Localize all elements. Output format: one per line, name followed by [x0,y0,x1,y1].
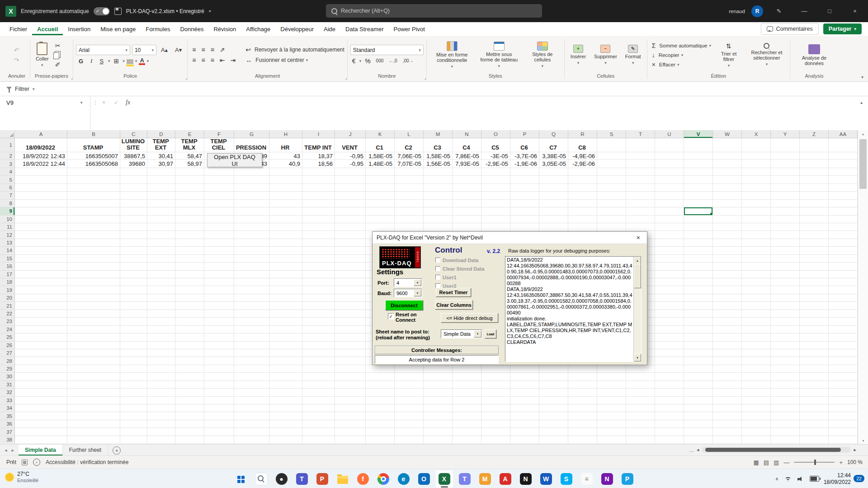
cell-M7[interactable] [424,192,453,199]
minimize-button[interactable]: — [795,0,814,22]
cell-AA24[interactable] [829,326,858,333]
cell-J38[interactable] [335,436,366,444]
cell-C37[interactable] [120,428,147,436]
cell-F29[interactable] [204,365,234,373]
cell-L35[interactable] [395,412,424,420]
cell-S30[interactable] [597,373,626,380]
cell-H36[interactable] [269,420,302,428]
cell-Y31[interactable] [771,381,800,389]
cell-Y33[interactable] [771,397,800,404]
cell-Z38[interactable] [800,436,829,444]
cell-J13[interactable] [335,239,366,247]
cell-AA15[interactable] [829,255,858,263]
cell-N1[interactable]: C4 [453,138,481,152]
cell-F5[interactable] [204,176,234,183]
cell-P9[interactable] [510,207,539,215]
cell-Q6[interactable] [539,184,568,192]
cell-N34[interactable] [453,404,481,412]
cell-Y2[interactable] [771,152,800,160]
cell-D8[interactable] [147,200,175,207]
page-layout-view-icon[interactable]: ▤ [764,459,769,466]
cell-C3[interactable]: 39680 [120,160,147,168]
vertical-scrollbar[interactable]: ▴ ▾ [858,130,868,444]
cell-M1[interactable]: C3 [424,138,453,152]
cell-Z32[interactable] [800,389,829,396]
cell-B12[interactable] [67,231,120,239]
cell-AA22[interactable] [829,310,858,318]
cell-C13[interactable] [120,239,147,247]
cell-B16[interactable] [67,263,120,270]
cell-V3[interactable] [684,160,713,168]
cell-W3[interactable] [713,160,742,168]
cell-S11[interactable] [597,223,626,231]
cell-G20[interactable] [234,294,269,302]
cell-A13[interactable] [15,239,67,247]
cell-J25[interactable] [335,333,366,341]
cell-J12[interactable] [335,231,366,239]
cell-AA35[interactable] [829,412,858,420]
cell-Z20[interactable] [800,294,829,302]
scroll-up-icon[interactable]: ▲ [634,257,641,264]
cell-F27[interactable] [204,349,234,357]
cell-D37[interactable] [147,428,175,436]
normal-view-icon[interactable]: ▦ [753,459,759,466]
cell-styles-button[interactable]: Styles de cellules ▾ [524,41,561,69]
cell-J33[interactable] [335,397,366,404]
cell-U19[interactable] [655,286,684,294]
column-header-W[interactable]: W [713,130,742,138]
cell-W25[interactable] [713,333,742,341]
cell-AA8[interactable] [829,200,858,207]
cell-J29[interactable] [335,365,366,373]
cell-Z29[interactable] [800,365,829,373]
cell-E24[interactable] [175,326,204,333]
cell-U20[interactable] [655,294,684,302]
row-header-34[interactable]: 34 [0,404,15,412]
taskbar-start-icon[interactable] [232,470,250,488]
cell-G29[interactable] [234,365,269,373]
cell-B14[interactable] [67,247,120,254]
cell-H3[interactable]: 40,9 [269,160,302,168]
cell-AA19[interactable] [829,286,858,294]
ellipsis-icon[interactable]: … [689,447,694,453]
cell-M10[interactable] [424,216,453,223]
cell-A7[interactable] [15,192,67,199]
scroll-down-icon[interactable]: ▾ [858,437,868,444]
cell-F38[interactable] [204,436,234,444]
cell-Q36[interactable] [539,420,568,428]
cell-I25[interactable] [302,333,335,341]
column-header-P[interactable]: P [510,130,539,138]
row-header-10[interactable]: 10 [0,216,15,223]
cell-H4[interactable] [269,168,302,176]
cell-C38[interactable] [120,436,147,444]
cell-H23[interactable] [269,318,302,325]
row-header-19[interactable]: 19 [0,286,15,294]
cell-J21[interactable] [335,302,366,310]
cell-E11[interactable] [175,223,204,231]
cell-A19[interactable] [15,286,67,294]
row-header-1[interactable]: 1 [0,138,15,152]
cell-Q31[interactable] [539,381,568,389]
cell-B15[interactable] [67,255,120,263]
cell-J31[interactable] [335,381,366,389]
cell-V15[interactable] [684,255,713,263]
cell-D33[interactable] [147,397,175,404]
row-header-20[interactable]: 20 [0,294,15,302]
cell-D32[interactable] [147,389,175,396]
cell-I29[interactable] [302,365,335,373]
taskbar-teams-2-icon[interactable]: T [456,470,474,488]
cell-J22[interactable] [335,310,366,318]
column-header-V[interactable]: V [684,130,713,138]
increase-indent-icon[interactable]: ⇥ [229,56,238,64]
cell-B9[interactable] [67,207,120,215]
cell-E30[interactable] [175,373,204,380]
cell-Z14[interactable] [800,247,829,254]
cell-F23[interactable] [204,318,234,325]
cell-O32[interactable] [481,389,510,396]
align-middle-icon[interactable]: ≡ [199,46,207,54]
cell-Z37[interactable] [800,428,829,436]
cell-H30[interactable] [269,373,302,380]
chevron-down-icon[interactable]: ▾ [108,59,110,63]
cell-N33[interactable] [453,397,481,404]
cell-D11[interactable] [147,223,175,231]
cell-I31[interactable] [302,381,335,389]
